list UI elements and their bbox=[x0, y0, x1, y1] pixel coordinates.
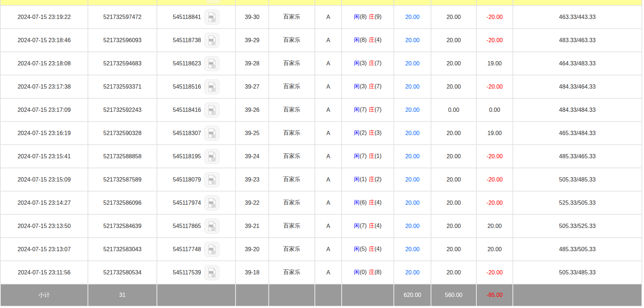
order-number-cell: 521732587589 bbox=[88, 168, 157, 191]
banker-label: 庄 bbox=[369, 37, 375, 43]
game-type-cell: 百家乐 bbox=[269, 121, 315, 145]
banker-points: (1) bbox=[375, 153, 382, 159]
order-number-cell: 521732597472 bbox=[88, 5, 157, 29]
highlighted-row bbox=[0, 0, 642, 5]
video-replay-button[interactable] bbox=[204, 195, 219, 210]
table-row: 2024-07-15 23:17:38 521732593371 5451185… bbox=[0, 75, 642, 98]
game-number: 545118079 bbox=[173, 177, 201, 183]
player-points: (2) bbox=[360, 130, 367, 136]
bet-amount-link[interactable]: 20.00 bbox=[405, 177, 420, 183]
video-replay-button[interactable] bbox=[204, 33, 219, 48]
video-film-icon bbox=[207, 174, 217, 185]
result-cell: 闲(3)庄(7) bbox=[342, 52, 394, 75]
highlight-cell bbox=[0, 0, 88, 5]
bet-records-table: 2024-07-15 23:19:22 521732597472 5451188… bbox=[0, 0, 642, 307]
player-label: 闲 bbox=[354, 106, 360, 113]
video-replay-button[interactable] bbox=[204, 79, 219, 94]
balance-cell: 485.33/505.33 bbox=[513, 238, 642, 261]
bet-amount-link[interactable]: 20.00 bbox=[405, 37, 420, 43]
bet-amount-link[interactable]: 20.00 bbox=[405, 14, 420, 20]
banker-points: (4) bbox=[375, 246, 382, 252]
video-replay-button[interactable] bbox=[204, 242, 219, 257]
balance-cell: 464.33/483.33 bbox=[513, 52, 642, 75]
banker-points: (2) bbox=[375, 176, 382, 182]
win-loss-cell: -20.00 bbox=[476, 75, 513, 98]
player-points: (7) bbox=[360, 153, 367, 159]
order-number-cell: 521732580534 bbox=[88, 261, 157, 284]
player-points: (8) bbox=[360, 37, 367, 43]
game-number: 545118738 bbox=[173, 37, 201, 44]
highlight-cell bbox=[269, 0, 315, 5]
bet-amount-link[interactable]: 20.00 bbox=[405, 246, 420, 252]
video-replay-button[interactable] bbox=[204, 265, 219, 280]
game-type-cell: 百家乐 bbox=[269, 191, 315, 214]
video-replay-button[interactable] bbox=[204, 103, 219, 118]
balance-cell: 525.33/505.33 bbox=[513, 191, 642, 214]
order-number-cell: 521732596093 bbox=[88, 29, 157, 52]
table-row: 2024-07-15 23:16:19 521732590328 5451183… bbox=[0, 121, 642, 145]
bet-amount-link[interactable]: 20.00 bbox=[405, 223, 420, 229]
bet-time-cell: 2024-07-15 23:13:07 bbox=[0, 238, 88, 261]
table-round-cell: 39-25 bbox=[236, 121, 269, 145]
bet-amount-cell: 20.00 bbox=[394, 5, 431, 29]
result-cell: 闲(5)庄(4) bbox=[342, 238, 394, 261]
bet-amount-cell: 20.00 bbox=[394, 168, 431, 191]
player-label: 闲 bbox=[354, 199, 360, 205]
bet-amount-link[interactable]: 20.00 bbox=[405, 84, 420, 90]
win-loss-cell: -20.00 bbox=[476, 5, 513, 29]
banker-label: 庄 bbox=[369, 199, 375, 205]
table-round-cell: 39-21 bbox=[236, 214, 269, 238]
order-number-cell: 521732594683 bbox=[88, 52, 157, 75]
game-number-cell: 545117974 bbox=[157, 191, 236, 214]
subtotal-section: 小计 31 620.00 560.00 -85.00 bbox=[0, 284, 642, 306]
game-number: 545118623 bbox=[173, 60, 201, 67]
highlight-cell bbox=[342, 0, 394, 5]
bet-amount-link[interactable]: 20.00 bbox=[405, 269, 420, 275]
win-loss-cell: 19.00 bbox=[476, 121, 513, 145]
balance-cell: 485.33/465.33 bbox=[513, 145, 642, 168]
banker-label: 庄 bbox=[369, 130, 375, 136]
bet-amount-link[interactable]: 20.00 bbox=[405, 60, 420, 66]
highlighted-row-partial bbox=[0, 0, 642, 5]
player-label: 闲 bbox=[354, 60, 360, 66]
banker-points: (3) bbox=[375, 130, 382, 136]
video-replay-button[interactable] bbox=[204, 219, 219, 234]
video-film-icon bbox=[207, 267, 217, 278]
banker-points: (8) bbox=[375, 269, 382, 275]
banker-label: 庄 bbox=[369, 14, 375, 20]
highlight-cell bbox=[394, 0, 431, 5]
valid-bet-cell: 20.00 bbox=[431, 29, 476, 52]
game-number-cell: 545118079 bbox=[157, 168, 236, 191]
valid-bet-cell: 20.00 bbox=[431, 52, 476, 75]
valid-bet-cell: 20.00 bbox=[431, 121, 476, 145]
video-film-icon bbox=[207, 221, 217, 232]
bet-time-cell: 2024-07-15 23:17:09 bbox=[0, 98, 88, 121]
win-loss-cell: -20.00 bbox=[476, 29, 513, 52]
bet-amount-link[interactable]: 20.00 bbox=[405, 200, 420, 206]
video-replay-button[interactable] bbox=[204, 10, 219, 25]
game-type-cell: 百家乐 bbox=[269, 214, 315, 238]
video-replay-button[interactable] bbox=[204, 126, 219, 141]
video-film-icon bbox=[207, 128, 217, 139]
highlight-cell bbox=[431, 0, 476, 5]
video-replay-button[interactable] bbox=[204, 149, 219, 164]
video-replay-button[interactable] bbox=[206, 0, 221, 4]
table-round-cell: 39-27 bbox=[236, 75, 269, 98]
valid-bet-cell: 20.00 bbox=[431, 191, 476, 214]
table-code-cell: A bbox=[315, 98, 342, 121]
player-points: (8) bbox=[360, 14, 367, 20]
table-row: 2024-07-15 23:18:08 521732594683 5451186… bbox=[0, 52, 642, 75]
table-row: 2024-07-15 23:13:07 521732583043 5451177… bbox=[0, 238, 642, 261]
order-number-cell: 521732588858 bbox=[88, 145, 157, 168]
bet-amount-link[interactable]: 20.00 bbox=[405, 130, 420, 136]
result-cell: 闲(8)庄(9) bbox=[342, 5, 394, 29]
bet-amount-link[interactable]: 20.00 bbox=[405, 153, 420, 159]
table-round-cell: 39-24 bbox=[236, 145, 269, 168]
video-replay-button[interactable] bbox=[204, 172, 219, 187]
video-replay-button[interactable] bbox=[204, 56, 219, 71]
video-film-icon bbox=[207, 35, 217, 46]
result-cell: 闲(0)庄(8) bbox=[342, 261, 394, 284]
subtotal-count: 31 bbox=[88, 284, 157, 306]
valid-bet-cell: 0.00 bbox=[431, 98, 476, 121]
bet-amount-link[interactable]: 20.00 bbox=[405, 107, 420, 113]
